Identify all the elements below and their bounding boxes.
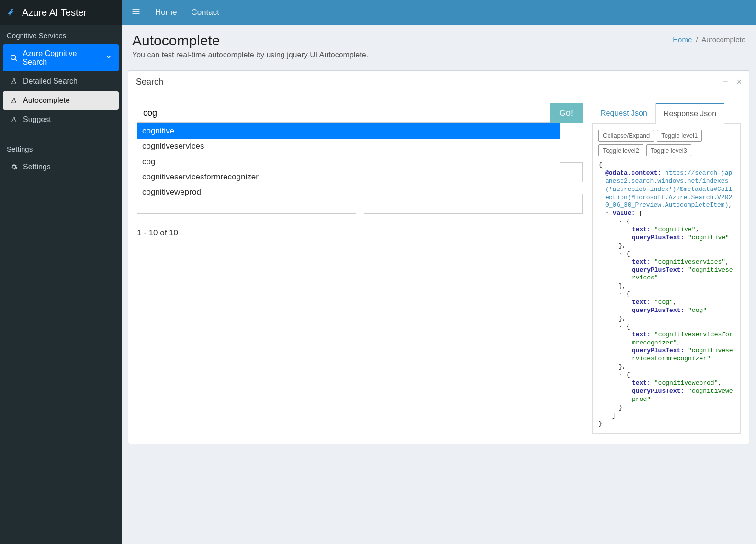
toggle-level2-button[interactable]: Toggle level2 [598, 144, 643, 156]
sidebar-item-settings[interactable]: Settings [3, 158, 119, 176]
main: Home Contact Autocomplete You can test r… [122, 0, 756, 544]
hamburger-icon[interactable] [131, 7, 141, 18]
breadcrumb: Home / Autocomplete [673, 35, 745, 44]
autocomplete-item[interactable]: cognitiveservices [137, 139, 560, 154]
sidebar-item-suggest[interactable]: Suggest [3, 111, 119, 129]
topbar: Home Contact [122, 0, 756, 25]
autocomplete-item[interactable]: cognitiveweprod [137, 185, 560, 200]
sidebar-item-label: Settings [23, 163, 51, 171]
autocomplete-item[interactable]: cognitiveservicesformrecognizer [137, 169, 560, 185]
search-panel: Search − × Go! cognitive cogn [128, 70, 749, 444]
nav-home[interactable]: Home [155, 8, 177, 17]
close-icon[interactable]: × [736, 77, 742, 87]
flask-icon [10, 97, 18, 104]
toggle-level3-button[interactable]: Toggle level3 [646, 144, 691, 156]
json-viewer[interactable]: {@odata.context: https://search-japanese… [598, 161, 734, 428]
sidebar-item-label: Detailed Search [23, 77, 78, 86]
breadcrumb-current: Autocomplete [701, 35, 745, 44]
autocomplete-list: cognitive cognitiveservices cog cognitiv… [137, 123, 560, 200]
toggle-level1-button[interactable]: Toggle level1 [657, 130, 702, 142]
page-title: Autocomplete [132, 33, 368, 49]
sidebar-item-label: Suggest [23, 115, 51, 124]
app-title: Azure AI Tester [22, 7, 87, 18]
breadcrumb-home[interactable]: Home [673, 35, 692, 44]
search-icon [10, 54, 18, 62]
chevron-down-icon [105, 54, 112, 62]
sidebar-item-autocomplete[interactable]: Autocomplete [3, 91, 119, 110]
collapse-expand-button[interactable]: Collapse/Expand [598, 130, 654, 142]
sidebar-header: Azure AI Tester [0, 0, 122, 25]
sidebar-section-settings: Settings [0, 138, 122, 157]
panel-title: Search [136, 77, 163, 87]
breadcrumb-sep: / [694, 35, 701, 44]
result-count: 1 - 10 of 10 [137, 228, 583, 238]
flask-icon [10, 78, 18, 85]
search-input[interactable] [137, 103, 550, 123]
flask-icon [10, 116, 18, 123]
nav-contact[interactable]: Contact [191, 8, 219, 17]
sidebar-item-azure-cognitive-search[interactable]: Azure Cognitive Search [3, 44, 119, 71]
sidebar-item-label: Autocomplete [23, 96, 70, 105]
sidebar: Azure AI Tester Cognitive Services Azure… [0, 0, 122, 544]
sidebar-item-label: Azure Cognitive Search [23, 49, 101, 67]
minimize-icon[interactable]: − [723, 77, 728, 87]
sidebar-item-detailed-search[interactable]: Detailed Search [3, 72, 119, 90]
tab-request-json[interactable]: Request Json [592, 103, 655, 124]
autocomplete-item[interactable]: cog [137, 154, 560, 169]
go-button[interactable]: Go! [550, 103, 583, 123]
content-head: Autocomplete You can test real-time auto… [122, 25, 756, 63]
json-tabs: Request Json Response Json [592, 103, 741, 124]
svg-point-0 [11, 55, 15, 59]
response-json-body: Collapse/Expand Toggle level1 Toggle lev… [592, 124, 741, 434]
gear-icon [10, 163, 18, 171]
sidebar-section-cognitive: Cognitive Services [0, 25, 122, 44]
page-subtitle: You can test real-time autocomplete by u… [132, 51, 368, 59]
azure-logo-icon [7, 7, 16, 18]
svg-line-1 [15, 59, 17, 61]
autocomplete-item[interactable]: cognitive [137, 123, 560, 139]
tab-response-json[interactable]: Response Json [655, 103, 724, 124]
